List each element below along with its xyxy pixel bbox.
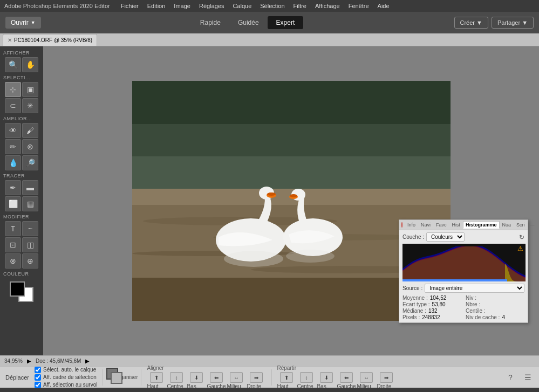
text-tool[interactable]: T [5,221,21,236]
canvas-area[interactable]: Info Navi Favc Hist Histogramme Nua Scri… [43,46,539,355]
file-tab-close-icon[interactable]: ✕ [8,37,12,43]
rep-bas-group: ⬇ Bas [317,372,336,389]
status-right-arrow-icon[interactable]: ▶ [85,358,90,364]
liquify-tool[interactable]: ⊗ [5,253,21,269]
ouvrir-arrow-icon: ▼ [31,20,36,25]
couche-select[interactable]: Couleurs [426,232,465,242]
right-buttons: Créer ▼ Partager ▼ [454,17,534,29]
bottom-graphiqu[interactable]: Graphiqu... [468,390,499,392]
status-arrow-icon[interactable]: ▶ [27,358,31,364]
hist-tab-hist[interactable]: Hist [449,221,463,229]
rep-droite-button[interactable]: ➡ [380,372,393,383]
hist-tab-nua[interactable]: Nua [500,221,514,229]
hist-tab-favc[interactable]: Favc [433,221,449,229]
rep-gauche-button[interactable]: ⬅ [340,372,353,383]
menu-image[interactable]: Image [169,0,195,12]
afficher-section-label: AFFICHER [1,49,42,56]
source-select[interactable]: Image entière [425,284,524,293]
aff-selection-checkbox[interactable] [35,382,41,388]
tab-expert[interactable]: Expert [268,16,304,29]
align-bas-button[interactable]: ⬇ [190,372,203,383]
menu-affichage[interactable]: Affichage [311,0,344,12]
pencil-tool[interactable]: ✏ [5,139,21,154]
rep-gauche-group: ⬅ Gauche [337,372,356,389]
hist-tab-navi[interactable]: Navi [418,221,433,229]
rep-centre-button[interactable]: ↕ [300,372,313,383]
file-tab[interactable]: ✕ PC180104.ORF @ 35% (RVB/8) [3,34,97,46]
bottom-calques[interactable]: Calques [329,390,358,392]
bottom-organiseur[interactable]: Organiseur [243,390,274,392]
menu-reglages[interactable]: Réglages [195,0,228,12]
menu-selection[interactable]: Sélection [256,0,289,12]
hist-tab-scri[interactable]: Scri [514,221,528,229]
bottom-filtres[interactable]: Filtres [399,390,428,392]
creer-button[interactable]: Créer ▼ [454,17,488,29]
gradient-tool[interactable]: ▦ [22,196,38,211]
bottom-ecran-accueil[interactable]: Ecran d'accueil [278,390,318,392]
hist-tab-histogramme[interactable]: Histogramme [463,221,500,229]
foreground-color-swatch[interactable] [10,281,25,297]
panel-menu-icon[interactable]: ☰ [522,372,534,383]
rep-milieu-button[interactable]: ↔ [360,372,373,383]
align-centre-button[interactable]: ↕ [170,372,183,383]
pan-tool[interactable]: ✋ [22,57,38,72]
align-milieu-button[interactable]: ↔ [230,372,243,383]
hist-tab-info[interactable]: Info [405,221,418,229]
align-haut-button[interactable]: ⬆ [150,372,163,383]
rect-shape-tool[interactable]: ▬ [22,180,38,195]
histogram-close-button[interactable] [401,222,402,228]
bottom-options[interactable]: Options d'outil [61,390,98,392]
eye-tool[interactable]: 👁 [5,123,21,138]
drop-tool[interactable]: 💧 [5,155,21,170]
align-droite-button[interactable]: ➡ [250,372,263,383]
menu-fenetre[interactable]: Fenêtre [344,0,373,12]
menu-fichier[interactable]: Fichier [117,0,143,12]
brush-tool[interactable]: 🖌 [22,123,38,138]
content-tool[interactable]: ⊕ [22,253,38,269]
rep-bas-button[interactable]: ⬇ [320,372,333,383]
partager-button[interactable]: Partager ▼ [492,17,534,29]
creer-arrow-icon: ▼ [476,19,482,26]
rect-select-tool[interactable]: ▣ [22,82,38,97]
select-auto-checkbox[interactable] [35,367,41,373]
option-divider-2 [141,369,141,386]
bottom-effets[interactable]: Effets [364,390,393,392]
zoom-tool[interactable]: 🔍 [5,57,21,72]
pen-tool[interactable]: ✒ [5,180,21,195]
menu-filtre[interactable]: Filtre [289,0,311,12]
rep-haut-button[interactable]: ⬆ [280,372,293,383]
deplacer-label: Déplacer [5,374,29,381]
niv-cache-value: 4 [502,314,505,320]
blur-tool[interactable]: ~ [22,221,38,236]
histogram-collapse-icon[interactable]: — [530,222,535,228]
stamp-tool[interactable]: ⊚ [22,139,38,154]
tab-guidee[interactable]: Guidée [229,16,268,29]
magnify-tool[interactable]: 🔎 [22,155,38,170]
menu-aide[interactable]: Aide [373,0,394,12]
aff-cadre-checkbox[interactable] [35,374,41,381]
menu-calque[interactable]: Calque [228,0,256,12]
menu-edition[interactable]: Edition [143,0,170,12]
tracer-section-label: TRACER [1,171,42,179]
crop-tool[interactable]: ⊡ [5,237,21,252]
help-button[interactable]: ? [504,372,516,383]
magic-wand-tool[interactable]: ✳ [22,98,38,113]
histogram-refresh-icon[interactable]: ↻ [519,233,524,241]
bottom-plus[interactable]: Plus [504,390,534,392]
align-gauche-button[interactable]: ⬅ [210,372,223,383]
bottom-styles[interactable]: Styles [433,390,463,392]
bottom-retablir[interactable]: Rétablir [138,390,168,392]
align-droite-label: Droite [247,383,266,389]
ouvrir-button[interactable]: Ouvrir ▼ [5,17,41,29]
bottom-dispositi[interactable]: Dispositi... [208,390,238,392]
bottom-corbeille[interactable]: Corbeille des photos [5,390,56,392]
tab-rapide[interactable]: Rapide [192,16,229,29]
move-tool[interactable]: ⊹ [5,82,21,97]
perspective-tool[interactable]: ◫ [22,237,38,252]
bottom-annuler[interactable]: Annuler [104,390,133,392]
stat-nbre: Nbre : [466,301,524,307]
erase-tool[interactable]: ⬜ [5,196,21,211]
lasso-tool[interactable]: ⊂ [5,98,21,113]
bottom-rotation[interactable]: Rotation [173,390,203,392]
selecti-section-label: SELECTI... [1,73,42,81]
